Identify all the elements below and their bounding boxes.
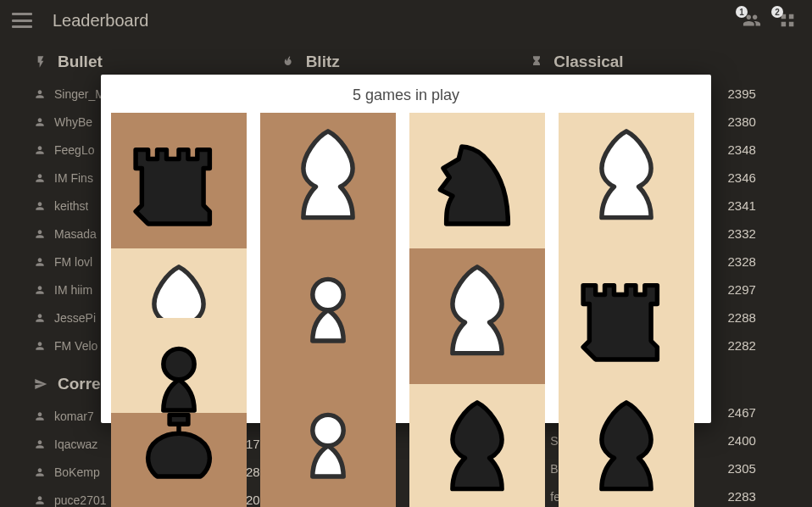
games-grid: GREWEBin 5 daysMARCOSMARINOin 5 daysTHIB… — [101, 113, 711, 423]
square-b8 — [111, 113, 247, 248]
mini-board — [260, 113, 396, 248]
square-a8 — [409, 113, 545, 248]
game-card[interactable]: THIBAULTWaiting for opponent — [559, 113, 694, 304]
modal-title: 5 games in play — [101, 75, 711, 113]
games-modal: 5 games in play GREWEBin 5 daysMARCOSMAR… — [101, 75, 711, 423]
modal-overlay: 5 games in play GREWEBin 5 daysMARCOSMAR… — [0, 0, 812, 507]
mini-board — [111, 318, 247, 413]
game-card[interactable]: THIBAULTWaiting for opponent — [409, 113, 545, 304]
mini-board — [559, 113, 694, 248]
square-d6 — [260, 248, 396, 384]
mini-board-clipped — [111, 318, 247, 413]
mini-board — [409, 113, 545, 248]
square-c5 — [260, 384, 396, 507]
square-e7 — [260, 113, 396, 248]
square-e8 — [559, 384, 694, 507]
game-card[interactable]: GREWEBin 5 days — [111, 113, 247, 304]
square-c8 — [559, 248, 694, 384]
mini-board — [111, 113, 247, 248]
square-b8 — [409, 248, 545, 384]
game-card[interactable] — [111, 318, 247, 413]
square-a8 — [111, 318, 247, 413]
square-a8 — [559, 113, 694, 248]
square-c8 — [409, 384, 545, 507]
game-card[interactable]: MARCOSMARINOin 5 days — [260, 113, 396, 304]
